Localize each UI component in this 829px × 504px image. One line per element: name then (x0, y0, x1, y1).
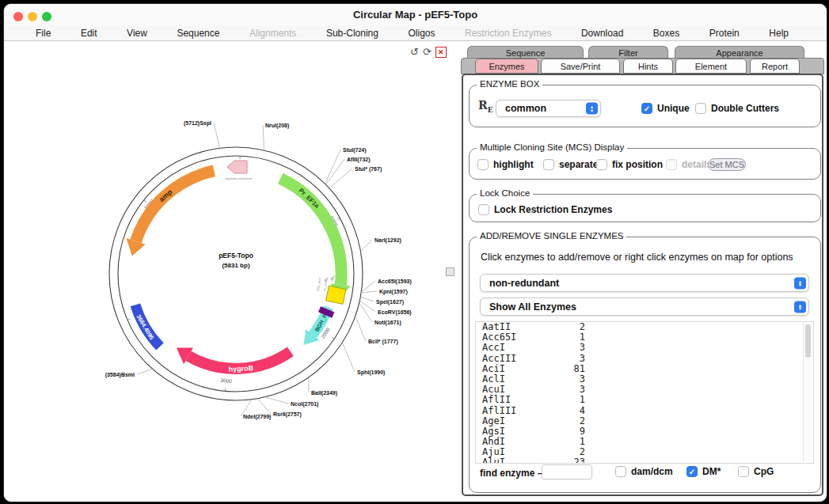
enzyme-name: AluI (482, 457, 561, 464)
enzyme-list-row[interactable]: AccI3 (476, 343, 813, 353)
find-enzyme-input[interactable] (542, 464, 592, 479)
tick-mark (332, 337, 334, 339)
enzyme-name: AgeI (482, 416, 561, 426)
tab-hints[interactable]: Hints (623, 59, 673, 74)
show-enzymes-select[interactable]: Show All Enzymes ▲▼ (480, 297, 809, 316)
redundancy-select[interactable]: non-redundant ▲▼ (480, 274, 809, 292)
enzyme-count: 2 (561, 416, 585, 426)
site-label-NdeI2799[interactable]: NdeI(2799) (243, 414, 271, 420)
map-center-title: pEF5-Topo (219, 252, 253, 260)
menu-item-edit[interactable]: Edit (81, 28, 97, 39)
enzyme-list-row[interactable]: AflIII4 (476, 406, 813, 416)
tab-report[interactable]: Report (750, 59, 800, 74)
menu-item-sub-cloning[interactable]: Sub-Cloning (326, 28, 378, 39)
enzyme-list-row[interactable]: AclI3 (476, 374, 813, 385)
find-enzyme-label: find enzyme – (480, 468, 542, 479)
site-leader-line (356, 316, 366, 341)
enzyme-list-row[interactable]: AatII2 (476, 322, 813, 332)
menu-item-view[interactable]: View (127, 28, 147, 39)
menu-item-file[interactable]: File (36, 28, 51, 39)
menu-item-download[interactable]: Download (581, 28, 623, 39)
scrollbar-thumb[interactable] (805, 324, 811, 358)
menu-item-boxes[interactable]: Boxes (653, 28, 679, 39)
lock-choice-legend: Lock Choice (477, 188, 533, 198)
tick-mark (127, 319, 131, 320)
highlight-checkbox[interactable] (477, 159, 489, 170)
unique-checkbox[interactable]: ✓ (641, 103, 652, 114)
splitter-handle[interactable] (446, 267, 454, 276)
enzyme-list-scrollbar[interactable] (803, 323, 812, 462)
separate-checkbox[interactable] (543, 159, 554, 170)
enzyme-count: 1 (561, 395, 585, 405)
restriction-enzyme-icon: RE (478, 99, 493, 114)
site-label-EcoRV1656[interactable]: EcoRV(1656) (378, 309, 412, 316)
site-label-SpeI1627[interactable]: SpeI(1627) (376, 299, 404, 305)
plasmid-map-svg[interactable]: 010002000300040005000ampPr_EF1aBGH_PAhyg… (4, 42, 461, 499)
site-label-NotI1671[interactable]: NotI(1671) (375, 320, 401, 326)
plasmid-inner-circle (118, 156, 354, 392)
menu-item-protein[interactable]: Protein (709, 28, 740, 39)
site-label-BalI2349[interactable]: BalI(2349) (311, 390, 337, 396)
site-label-NcoI2701[interactable]: NcoI(2701) (291, 401, 318, 407)
double-cutters-checkbox[interactable] (695, 103, 706, 114)
enzyme-list-row[interactable]: AgeI2 (476, 416, 813, 426)
map-feature-mcs-yellow-box[interactable] (325, 286, 345, 304)
site-label-BclI1777[interactable]: BclI* (1777) (368, 339, 398, 345)
enzyme-list-row[interactable]: AluI23 (476, 457, 813, 464)
dam-dcm-checkbox[interactable] (615, 466, 626, 477)
menu-item-help[interactable]: Help (769, 28, 789, 39)
enzyme-count: 4 (561, 406, 585, 416)
site-label-StuI767[interactable]: StuI* (767) (355, 166, 382, 172)
enzyme-list-row[interactable]: AjuI2 (476, 447, 813, 457)
fix-position-checkbox[interactable] (596, 159, 607, 170)
panel-content-box: ENZYME BOX RE common ▲▼ ✓ Unique Double … (462, 74, 823, 496)
site-label-Acc65I1593[interactable]: Acc65I(1593) (378, 279, 412, 285)
site-leader-line (326, 159, 344, 184)
site-label-SphI1990[interactable]: SphI(1990) (357, 369, 385, 376)
menu-item-sequence[interactable]: Sequence (177, 28, 219, 39)
site-leader-line (359, 303, 372, 322)
tab-save-print[interactable]: Save/Print (541, 59, 620, 74)
title-bar: Circular Map - pEF5-Topo (4, 4, 827, 26)
map-toolbar: ↺ ⟳ ✕ (410, 47, 447, 58)
window-title: Circular Map - pEF5-Topo (4, 9, 827, 21)
enzyme-list-row[interactable]: Acc65I1 (476, 332, 813, 343)
menu-item-oligos[interactable]: Oligos (408, 28, 435, 39)
map-center-subtitle: (5831 bp) (222, 262, 249, 269)
site-label-RsrII2757[interactable]: RsrII(2757) (273, 411, 302, 418)
map-feature-origin-arrow[interactable] (227, 161, 247, 173)
cpg-checkbox[interactable] (738, 466, 749, 477)
map-feature-label-hygroB[interactable]: hygroB (228, 364, 253, 373)
site-label-5712SspI[interactable]: (5712)SspI (184, 120, 211, 127)
tab-element[interactable]: Element (675, 59, 747, 74)
mcs-legend: Multiple Cloning Site (MCS) Display (477, 142, 627, 152)
enzyme-list-row[interactable]: AcuI3 (476, 385, 813, 395)
dm-checkbox[interactable]: ✓ (686, 466, 698, 477)
tab-enzymes[interactable]: Enzymes (475, 59, 538, 74)
enzyme-list-row[interactable]: AhdI1 (476, 437, 813, 447)
separate-label: separate (559, 159, 598, 170)
enzyme-count: 3 (561, 354, 585, 364)
enzyme-set-select[interactable]: common ▲▼ (496, 100, 601, 117)
site-label-StuI724[interactable]: StuI(724) (343, 147, 367, 153)
close-map-icon[interactable]: ✕ (435, 47, 447, 58)
set-mcs-button[interactable]: Set MCS (708, 158, 746, 171)
refresh-icon[interactable]: ⟳ (423, 47, 432, 58)
select-stepper-icon: ▲▼ (794, 301, 806, 313)
enzyme-list[interactable]: AatII2Acc65I1AccI3AccIII3AciI81AclI3AcuI… (475, 321, 814, 464)
lock-restriction-enzymes-checkbox[interactable] (478, 204, 489, 215)
unique-label: Unique (657, 103, 690, 114)
site-label-NruI208[interactable]: NruI(208) (265, 123, 289, 129)
enzyme-list-row[interactable]: AflII1 (476, 395, 813, 405)
site-label-KpnI1597[interactable]: KpnI(1597) (379, 289, 408, 295)
site-label-AflII732[interactable]: AflII(732) (347, 157, 371, 163)
site-label-3584BsmI[interactable]: (3584)BsmI (105, 372, 135, 378)
show-enzymes-value: Show All Enzymes (489, 301, 576, 313)
enzyme-list-row[interactable]: AciI81 (476, 364, 813, 374)
enzyme-list-row[interactable]: AgsI9 (476, 426, 813, 437)
map-area: ↺ ⟳ ✕ 010002000300040005000ampPr_EF1aBGH… (4, 42, 461, 499)
enzyme-list-row[interactable]: AccIII3 (476, 354, 813, 364)
site-label-NarI1292[interactable]: NarI(1292) (375, 237, 401, 244)
undo-icon[interactable]: ↺ (410, 47, 419, 58)
enzyme-name: AciI (482, 364, 561, 374)
